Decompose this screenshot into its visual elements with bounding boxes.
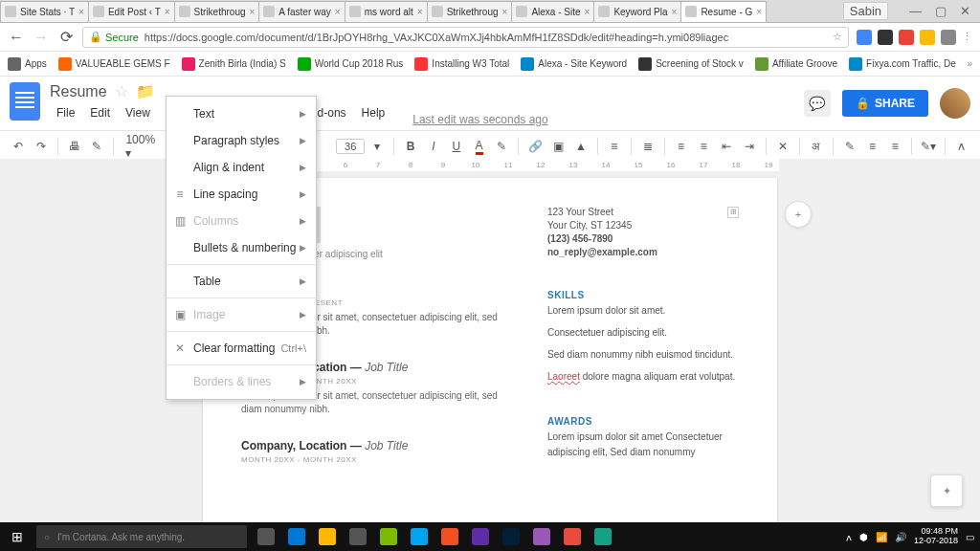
taskbar-app-icon[interactable] (251, 522, 281, 551)
folder-icon[interactable]: 📁 (136, 82, 155, 100)
ext-icon[interactable] (857, 30, 872, 45)
browser-tab[interactable]: Strikethroug× (427, 1, 513, 22)
taskbar-app-icon[interactable] (312, 522, 343, 551)
system-tray[interactable]: ʌ ⬢ 📶 🔊 09:48 PM12-07-2018 ▭ (846, 527, 980, 546)
tray-chevron-icon[interactable]: ʌ (846, 532, 852, 542)
taskbar-app-icon[interactable] (404, 522, 434, 551)
browser-tab[interactable]: Edit Post ‹ T× (88, 1, 175, 22)
print-button[interactable]: 🖶 (64, 136, 85, 157)
collapse-toolbar-button[interactable]: ʌ (951, 136, 972, 157)
chrome-user[interactable]: Sabin (843, 2, 888, 20)
browser-tab[interactable]: Strikethroug× (174, 1, 260, 22)
highlight-button[interactable]: ✎ (492, 136, 513, 157)
maximize-icon[interactable]: ▢ (935, 4, 947, 18)
format-menu-item[interactable]: Bullets & numbering▶ (167, 234, 316, 261)
bookmark-item[interactable]: Installing W3 Total (414, 57, 509, 71)
phone[interactable]: (123) 456-7890 (547, 233, 739, 244)
browser-tab[interactable]: Site Stats · T× (0, 1, 89, 22)
bookmark-item[interactable]: Apps (8, 57, 47, 71)
add-comment-button[interactable]: + (785, 201, 812, 228)
indent-dec-button[interactable]: ⇤ (716, 136, 737, 157)
ext-icon[interactable] (878, 30, 893, 45)
last-edit-link[interactable]: Last edit was seconds ago (412, 113, 547, 130)
job-entry[interactable]: Company, Location — Job TitleMONTH 20XX … (241, 439, 509, 464)
format-menu-item[interactable]: Align & indent▶ (167, 154, 316, 181)
taskbar-app-icon[interactable] (373, 522, 404, 551)
italic-button[interactable]: I (423, 136, 444, 157)
skill-line[interactable]: Laoreet dolore magna aliquam erat volutp… (547, 369, 739, 384)
docs-logo-icon[interactable] (10, 82, 40, 121)
url-input[interactable]: 🔒 Secure https://docs.google.com/documen… (82, 27, 849, 48)
undo-button[interactable]: ↶ (8, 136, 29, 157)
table-outline-icon[interactable]: ⊞ (727, 207, 739, 218)
browser-tab[interactable]: ms word alt× (345, 1, 428, 22)
browser-tab[interactable]: Alexa - Site× (511, 1, 594, 22)
awards-heading[interactable]: AWARDS (547, 416, 739, 427)
ext-icon[interactable] (941, 30, 956, 45)
align-button[interactable]: ≡ (604, 136, 625, 157)
skill-line[interactable]: Consectetuer adipiscing elit. (547, 325, 739, 340)
font-size-inc[interactable]: ▾ (367, 136, 388, 157)
skill-line[interactable]: Sed diam nonummy nibh euismod tincidunt. (547, 347, 739, 362)
taskbar-app-icon[interactable] (343, 522, 373, 551)
address-line[interactable]: 123 Your Street (547, 207, 739, 217)
font-size-input[interactable]: 36 (336, 139, 365, 154)
editing-mode-button[interactable]: ✎▾ (918, 136, 939, 157)
comment-button[interactable]: ▣ (547, 136, 568, 157)
browser-tab[interactable]: Resume - G× (680, 1, 767, 22)
tray-icon[interactable]: ⬢ (859, 532, 868, 542)
taskbar-app-icon[interactable] (281, 522, 312, 551)
bookmark-item[interactable]: World Cup 2018 Rus (298, 57, 404, 71)
bookmark-item[interactable]: VALUEABLE GEMS F (58, 57, 170, 71)
bookmark-item[interactable]: Screening of Stock v (638, 57, 744, 71)
tray-volume-icon[interactable]: 🔊 (895, 532, 906, 542)
document-title[interactable]: Resume (50, 83, 107, 100)
tray-network-icon[interactable]: 📶 (876, 532, 887, 542)
zoom-select[interactable]: 100% ▾ (120, 133, 169, 160)
address-line[interactable]: Your City, ST 12345 (547, 220, 739, 231)
clear-format-button[interactable]: ✕ (772, 136, 793, 157)
comments-button[interactable]: 💬 (804, 90, 831, 117)
paint-format-button[interactable]: ✎ (87, 136, 108, 157)
star-icon[interactable]: ☆ (115, 82, 128, 100)
link-button[interactable]: 🔗 (524, 136, 546, 157)
input-tools-button[interactable]: अ (806, 136, 827, 157)
reload-button[interactable]: ⟳ (57, 28, 75, 46)
skill-line[interactable]: Lorem ipsum dolor sit amet. (547, 303, 739, 318)
clock[interactable]: 09:48 PM12-07-2018 (914, 527, 958, 546)
bookmarks-overflow[interactable]: » (967, 58, 972, 69)
redo-button[interactable]: ↷ (31, 136, 52, 157)
menu-file[interactable]: File (50, 104, 81, 121)
more-button[interactable]: ✎ (839, 136, 860, 157)
menu-help[interactable]: Help (355, 104, 392, 121)
cortana-search[interactable]: ○ I'm Cortana. Ask me anything. (36, 525, 247, 548)
bold-button[interactable]: B (400, 136, 421, 157)
back-button[interactable]: ← (8, 29, 25, 46)
close-icon[interactable]: ✕ (960, 4, 970, 18)
more-button2[interactable]: ≡ (862, 136, 883, 157)
awards-text[interactable]: Lorem ipsum dolor sit amet Consectetuer … (547, 430, 739, 460)
email[interactable]: no_reply@example.com (547, 247, 739, 257)
more-button3[interactable]: ≡ (884, 136, 905, 157)
share-button[interactable]: 🔒 SHARE (842, 90, 928, 117)
bookmark-item[interactable]: Fixya.com Traffic, De (849, 57, 956, 71)
taskbar-app-icon[interactable] (496, 522, 526, 551)
bookmark-item[interactable]: Alexa - Site Keyword (521, 57, 627, 71)
taskbar-app-icon[interactable] (526, 522, 557, 551)
account-avatar[interactable] (940, 88, 970, 119)
image-button[interactable]: ▲ (570, 136, 591, 157)
explore-button[interactable]: ✦ (930, 474, 963, 507)
format-menu-item[interactable]: Text▶ (167, 100, 316, 127)
bullet-list-button[interactable]: ≡ (693, 136, 714, 157)
text-color-button[interactable]: A (469, 136, 490, 157)
chrome-menu-icon[interactable]: ⋮ (962, 31, 972, 43)
menu-view[interactable]: View (119, 104, 157, 121)
taskbar-app-icon[interactable] (434, 522, 465, 551)
taskbar-app-icon[interactable] (465, 522, 496, 551)
format-menu-item[interactable]: Table▶ (167, 268, 316, 295)
taskbar-app-icon[interactable] (557, 522, 588, 551)
bookmark-item[interactable]: Zenith Birla (India) S (182, 57, 286, 71)
indent-inc-button[interactable]: ⇥ (739, 136, 760, 157)
bookmark-item[interactable]: Affiliate Groove (755, 57, 837, 71)
minimize-icon[interactable]: — (909, 4, 922, 18)
